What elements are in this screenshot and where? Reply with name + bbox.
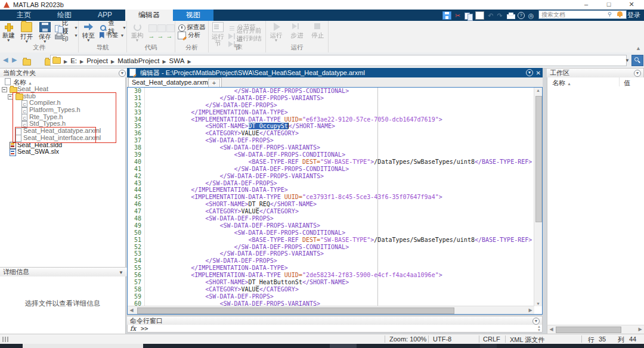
code-line: </SW-DATA-DEF-PROPS-VARIANTS> — [145, 250, 534, 257]
ribbon-tab-视图[interactable]: 视图 — [173, 10, 213, 21]
dropdown-icon[interactable]: ▼ — [74, 26, 78, 30]
scroll-right-icon[interactable]: ▶ — [636, 325, 644, 334]
分析-button[interactable]: 分析 — [178, 32, 206, 39]
line-number: 37 — [128, 137, 144, 144]
print-icon[interactable] — [506, 12, 514, 19]
保存-button[interactable]: 保存▼ — [36, 22, 53, 44]
statusbar-grip[interactable] — [2, 337, 11, 342]
maximize-button[interactable]: □ — [600, 0, 618, 10]
folder-up-icon[interactable] — [23, 59, 31, 66]
转至-button[interactable]: 转至▼ — [79, 22, 98, 42]
workspace-body[interactable] — [547, 86, 644, 325]
workspace-column-header[interactable]: 名称 ▲ 值 — [547, 77, 644, 87]
community-icon[interactable]: ◎ — [528, 12, 534, 19]
tree-item-Seat_Heat[interactable]: Seat_Heat — [0, 86, 125, 93]
打印-button[interactable]: 打印▼ — [54, 32, 78, 39]
打开-button[interactable]: 打开▼ — [18, 22, 35, 44]
ribbon-tab-主页[interactable]: 主页 — [4, 10, 44, 21]
code-line: </SW-DATA-DEF-PROPS-VARIANTS> — [145, 173, 534, 180]
file-icon — [5, 78, 11, 85]
tree-item-Seat_SWA.slx[interactable]: Seat_SWA.slx — [0, 148, 125, 156]
code-line: <CATEGORY>VALUE</CATEGORY> — [145, 286, 534, 293]
chevron-down-icon[interactable]: ▼ — [119, 269, 123, 277]
line-number: 46 — [128, 201, 144, 208]
smart-indent-icon[interactable]: → — [166, 33, 175, 41]
workspace-scroll-thumb[interactable] — [556, 327, 621, 333]
新建-button[interactable]: 新建▼ — [0, 22, 17, 44]
breadcrumb-items: ▶E:▶Project▶MatlabProject▶SWA▶ — [61, 57, 194, 64]
back-icon[interactable]: ◀ — [3, 56, 8, 64]
profiler-clock-icon — [178, 24, 185, 31]
command-scroll-arrows[interactable]: ▲▼ — [537, 325, 541, 332]
步进-button: 步进 — [287, 22, 307, 42]
tree-item-label: Seat_Heat — [17, 86, 48, 93]
new-tab-button[interactable]: + — [208, 79, 220, 88]
书签-button[interactable]: 书签▼ — [100, 32, 126, 39]
command-window-body[interactable]: fx >> ▲▼ — [127, 325, 543, 333]
search-icon[interactable]: ⚲ — [608, 11, 612, 17]
find-magnifier-icon — [100, 24, 107, 31]
horizontal-scrollbar[interactable]: ◀ ▶ — [128, 306, 534, 314]
scroll-left-icon[interactable]: ◀ — [128, 306, 135, 314]
panel-menu-icon[interactable]: ▼ — [634, 70, 641, 77]
group-label-文件: 文件 — [0, 44, 78, 52]
indent-left-icon[interactable]: → — [157, 33, 166, 41]
line-number: 38 — [128, 144, 144, 151]
cut-icon[interactable]: ✂ — [455, 12, 460, 19]
help-icon[interactable]: ? — [518, 12, 525, 19]
paste-icon[interactable] — [475, 11, 484, 20]
doc-search-input[interactable]: 搜索文档 — [538, 10, 627, 19]
details-panel: 选择文件以查看详细信息 — [0, 276, 126, 334]
editor-menu-icon[interactable]: ▼ — [526, 69, 533, 76]
dropdown-icon[interactable]: ▼ — [79, 39, 98, 42]
file-type: XML 源文件 — [510, 335, 544, 344]
line-number: 52 — [128, 244, 144, 251]
command-prompt[interactable]: >> — [141, 325, 148, 332]
group-label-导航: 导航 — [79, 44, 126, 52]
details-header[interactable]: 详细信息 ▼ — [0, 267, 129, 277]
analyze-doc-icon — [178, 32, 186, 39]
scroll-left-icon[interactable]: ◀ — [547, 325, 555, 334]
save-icon[interactable] — [442, 11, 451, 20]
dropdown-icon[interactable]: ▼ — [120, 33, 125, 38]
workspace-horizontal-scrollbar[interactable]: ◀ ▶ — [547, 325, 644, 334]
editor-close-icon[interactable]: ✕ — [536, 69, 541, 78]
vertical-scroll-thumb[interactable] — [535, 96, 542, 222]
forward-icon[interactable]: ▶ — [12, 56, 17, 64]
close-button[interactable]: ✕ — [623, 0, 640, 10]
breadcrumb[interactable]: ▶E:▶Project▶MatlabProject▶SWA▶ — [50, 55, 627, 66]
scroll-right-icon[interactable]: ▶ — [527, 306, 534, 314]
dropdown-icon[interactable]: ▼ — [122, 26, 126, 30]
breadcrumb-segment-SWA[interactable]: SWA — [169, 57, 185, 64]
panel-menu-icon[interactable]: ▼ — [532, 318, 540, 325]
copy-icon[interactable] — [464, 12, 472, 19]
scroll-down-icon[interactable]: ▼ — [534, 302, 542, 306]
breadcrumb-segment-Project[interactable]: Project — [86, 57, 108, 64]
tree-expander-icon[interactable] — [2, 87, 7, 92]
ribbon-tab-编辑器[interactable]: 编辑器 — [125, 10, 173, 21]
column-divider[interactable] — [619, 77, 620, 86]
line-number: 57 — [128, 279, 144, 286]
vertical-scrollbar[interactable]: ▲ ▼ — [534, 88, 542, 306]
dropdown-icon[interactable]: ▼ — [74, 33, 78, 38]
address-search-button[interactable] — [631, 55, 643, 66]
indent-right-icon[interactable]: → — [148, 33, 157, 41]
sign-in-link[interactable]: 登录 — [627, 10, 640, 21]
breadcrumb-segment-MatlabProject[interactable]: MatlabProject — [117, 57, 159, 64]
current-folder-column-header[interactable]: 名称 ▲ — [0, 77, 126, 86]
code-area[interactable]: </SW-DATA-DEF-PROPS-CONDITIONAL> </SW-DA… — [145, 88, 534, 306]
minimize-button[interactable]: – — [577, 0, 595, 10]
查找-button[interactable]: 查找▼ — [100, 24, 126, 31]
breadcrumb-segment-E:[interactable]: E: — [70, 57, 77, 64]
toolbar-group-文件: 新建▼打开▼保存▼比较▼打印▼文件 — [0, 21, 79, 52]
breadcrumb-dropdown-icon[interactable]: ▼ — [625, 58, 630, 63]
notification-bell-icon[interactable] — [617, 11, 623, 16]
code-tool-icon — [157, 24, 166, 32]
panel-menu-icon[interactable]: ▼ — [119, 70, 126, 77]
horizontal-scroll-thumb[interactable] — [137, 307, 454, 314]
dropdown-icon[interactable]: ▼ — [0, 39, 17, 42]
scroll-up-icon[interactable]: ▲ — [534, 88, 542, 92]
code-line: <BASE-TYPE-REF DEST="SW-BASE-TYPE">/Data… — [145, 159, 534, 166]
探查器-button[interactable]: 探查器 — [178, 24, 206, 31]
code-line: </IMPLEMENTATION-DATA-TYPE> — [145, 187, 534, 194]
